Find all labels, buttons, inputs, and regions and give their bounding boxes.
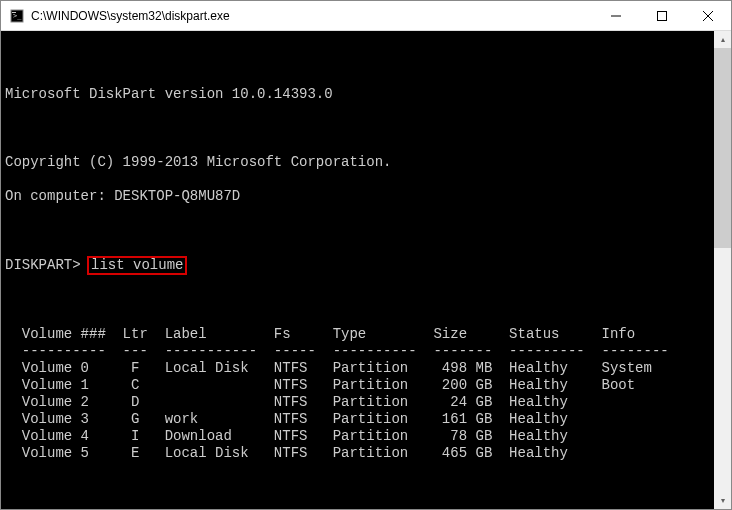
computer-line: On computer: DESKTOP-Q8MU87D [5, 188, 714, 205]
scroll-thumb[interactable] [714, 48, 731, 248]
prompt-line-1: DISKPART> list volume [5, 256, 714, 275]
maximize-button[interactable] [639, 1, 685, 30]
prompt-text: DISKPART> [5, 257, 89, 273]
minimize-button[interactable] [593, 1, 639, 30]
window-title: C:\WINDOWS\system32\diskpart.exe [31, 9, 593, 23]
svg-rect-4 [658, 11, 667, 20]
version-line: Microsoft DiskPart version 10.0.14393.0 [5, 86, 714, 103]
window-titlebar: >_ C:\WINDOWS\system32\diskpart.exe [1, 1, 731, 31]
scroll-down-button[interactable]: ▾ [714, 492, 731, 509]
close-button[interactable] [685, 1, 731, 30]
scroll-up-button[interactable]: ▴ [714, 31, 731, 48]
volume-table: Volume ### Ltr Label Fs Type Size Status… [5, 326, 714, 462]
app-icon: >_ [9, 8, 25, 24]
copyright-line: Copyright (C) 1999-2013 Microsoft Corpor… [5, 154, 714, 171]
console-area: Microsoft DiskPart version 10.0.14393.0 … [1, 31, 731, 509]
vertical-scrollbar[interactable]: ▴ ▾ [714, 31, 731, 509]
console-content[interactable]: Microsoft DiskPart version 10.0.14393.0 … [1, 31, 714, 509]
command-highlight-1: list volume [87, 256, 187, 275]
svg-text:>_: >_ [13, 12, 22, 20]
window-controls [593, 1, 731, 30]
